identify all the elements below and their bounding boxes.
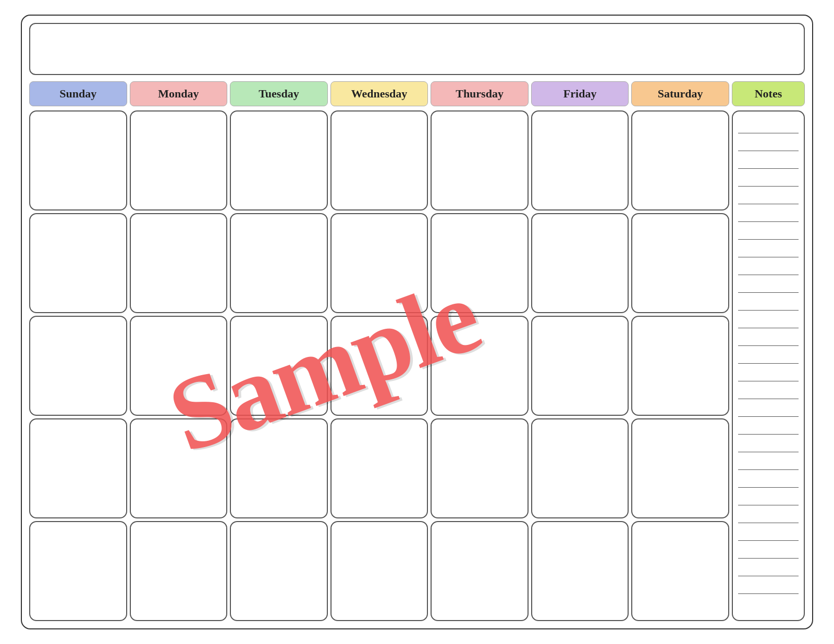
- cell-r2-mon[interactable]: [130, 213, 228, 313]
- notes-line: [738, 311, 799, 328]
- cell-r4-sat[interactable]: [631, 418, 729, 518]
- notes-line: [738, 240, 799, 257]
- notes-line: [738, 116, 799, 133]
- header-tuesday: Tuesday: [230, 81, 328, 106]
- cell-r4-mon[interactable]: [130, 418, 228, 518]
- header-row: Sunday Monday Tuesday Wednesday Thursday…: [29, 81, 805, 106]
- cell-r2-sun[interactable]: [29, 213, 127, 313]
- cell-r3-sun[interactable]: [29, 316, 127, 416]
- notes-line: [738, 257, 799, 275]
- cell-r3-tue[interactable]: [230, 316, 328, 416]
- cell-r5-mon[interactable]: [130, 521, 228, 621]
- notes-line: [738, 381, 799, 399]
- header-monday: Monday: [130, 81, 228, 106]
- cell-r1-sat[interactable]: [631, 110, 729, 210]
- header-wednesday: Wednesday: [330, 81, 428, 106]
- header-saturday: Saturday: [631, 81, 729, 106]
- cell-r3-wed[interactable]: [330, 316, 428, 416]
- notes-line: [738, 559, 799, 576]
- notes-line: [738, 452, 799, 470]
- notes-line: [738, 293, 799, 311]
- notes-line: [738, 505, 799, 523]
- notes-line: [738, 488, 799, 505]
- notes-line: [738, 328, 799, 346]
- cell-r3-mon[interactable]: [130, 316, 228, 416]
- cell-r2-tue[interactable]: [230, 213, 328, 313]
- notes-line: [738, 204, 799, 222]
- cell-r1-wed[interactable]: [330, 110, 428, 210]
- notes-line: [738, 187, 799, 204]
- notes-line: [738, 470, 799, 488]
- notes-line: [738, 364, 799, 381]
- notes-line: [738, 169, 799, 187]
- cell-r1-sun[interactable]: [29, 110, 127, 210]
- cell-r5-tue[interactable]: [230, 521, 328, 621]
- cell-r4-fri[interactable]: [531, 418, 629, 518]
- cell-r4-wed[interactable]: [330, 418, 428, 518]
- notes-line: [738, 222, 799, 240]
- title-bar: [29, 23, 805, 75]
- header-sunday: Sunday: [29, 81, 127, 106]
- notes-line: [738, 151, 799, 169]
- header-friday: Friday: [531, 81, 629, 106]
- calendar-container: Sunday Monday Tuesday Wednesday Thursday…: [21, 15, 813, 629]
- notes-line: [738, 523, 799, 541]
- cell-r5-wed[interactable]: [330, 521, 428, 621]
- cell-r2-fri[interactable]: [531, 213, 629, 313]
- cell-r4-tue[interactable]: [230, 418, 328, 518]
- cell-r3-sat[interactable]: [631, 316, 729, 416]
- calendar-grid: Sample: [29, 110, 805, 621]
- cell-r3-fri[interactable]: [531, 316, 629, 416]
- cell-r5-sat[interactable]: [631, 521, 729, 621]
- cell-r4-thu[interactable]: [431, 418, 529, 518]
- cell-r2-sat[interactable]: [631, 213, 729, 313]
- cell-r1-fri[interactable]: [531, 110, 629, 210]
- notes-line: [738, 346, 799, 364]
- cell-r5-thu[interactable]: [431, 521, 529, 621]
- header-notes: Notes: [732, 81, 805, 106]
- cell-r1-thu[interactable]: [431, 110, 529, 210]
- notes-line: [738, 417, 799, 435]
- notes-line: [738, 275, 799, 293]
- cell-r3-thu[interactable]: [431, 316, 529, 416]
- notes-line: [738, 133, 799, 151]
- notes-line: [738, 576, 799, 594]
- notes-column: [732, 110, 805, 621]
- header-thursday: Thursday: [431, 81, 529, 106]
- notes-line: [738, 399, 799, 417]
- cell-r2-wed[interactable]: [330, 213, 428, 313]
- cell-r4-sun[interactable]: [29, 418, 127, 518]
- notes-line: [738, 541, 799, 559]
- cell-r1-mon[interactable]: [130, 110, 228, 210]
- cell-r1-tue[interactable]: [230, 110, 328, 210]
- notes-line: [738, 435, 799, 452]
- cell-r2-thu[interactable]: [431, 213, 529, 313]
- cell-r5-sun[interactable]: [29, 521, 127, 621]
- cell-r5-fri[interactable]: [531, 521, 629, 621]
